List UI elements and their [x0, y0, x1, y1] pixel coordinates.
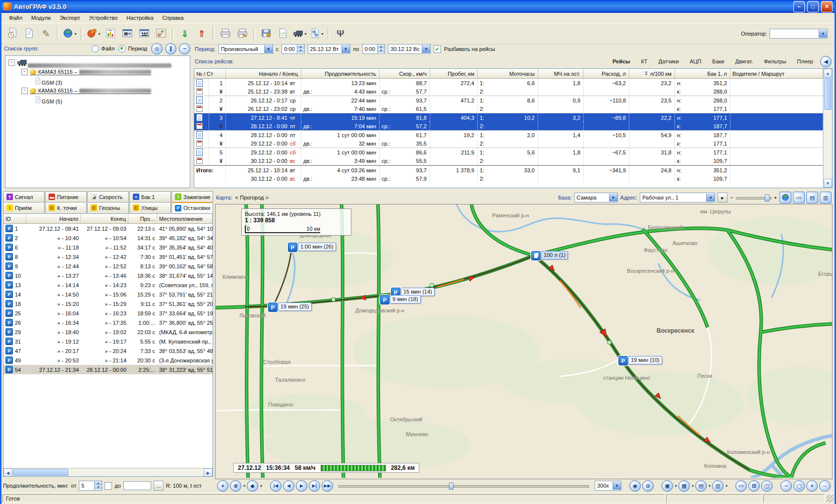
spin-down-icon[interactable]: ▼ [378, 49, 385, 52]
tab-бак1[interactable]: ≈Бак 1 [129, 191, 171, 202]
map-source-button[interactable] [780, 192, 791, 203]
spin-down-icon[interactable]: ▼ [297, 49, 304, 52]
tree-item[interactable]: −КАМАЗ 65116 – [5, 67, 190, 77]
stop-marker-icon[interactable]: P [288, 243, 297, 252]
base-combo[interactable]: Самара▼ [574, 193, 618, 202]
duration-from-spinner[interactable]: 5 ▲▼ [79, 481, 102, 491]
stop-row[interactable]: P49» - 20:53» - 21:1420:30 с(3-я Доножир… [3, 355, 213, 365]
tab-кточки[interactable]: CК. точки [45, 202, 87, 213]
document-button[interactable] [21, 26, 37, 42]
tree-item[interactable]: −КАМАЗ 65116 – [5, 86, 190, 96]
chevron-down-icon[interactable]: ▾ [709, 484, 711, 488]
stop-row[interactable]: P2» - 10:40» - 10:5414:31 с39° 45,182' в… [3, 233, 213, 243]
stop-row[interactable]: P25» - 16:04» - 16:2318:59 с37° 33,664' … [3, 308, 213, 318]
stop-row[interactable]: P10» - 13:27» - 13:4618:36 с38° 31,674' … [3, 271, 213, 280]
tracks-button[interactable]: ▥ [712, 480, 724, 492]
map-zoom-slider[interactable] [736, 194, 772, 201]
stop-row[interactable]: P127.12.12 - 08:4127.12.12 - 09:0322:13 … [3, 224, 213, 233]
print-button[interactable] [218, 26, 233, 42]
duration-to-checkbox[interactable] [105, 482, 112, 490]
stop-row[interactable]: P26» - 16:34» - 17:351:00:...37° 36,800'… [3, 318, 213, 327]
stop-row[interactable]: P9» - 12:44» - 12:528:13 с39° 00,162' вд… [3, 261, 213, 271]
chevron-down-icon[interactable]: ▼ [613, 482, 621, 490]
record-track-button[interactable]: ◉ [629, 480, 641, 492]
trips-scrollbar[interactable]: ▲ ▼ [823, 69, 832, 188]
operator-combo[interactable]: ▼ [770, 29, 828, 39]
chevron-down-icon[interactable]: ▾ [260, 484, 262, 488]
tab-питание[interactable]: ▬Питание [45, 191, 87, 202]
period-mode-combo[interactable]: Произвольный▼ [219, 44, 273, 54]
menu-item-2[interactable]: Экспорт [55, 14, 84, 22]
trip-row[interactable]: 125.12.12 - 10:14вт13:23 мин88,7272,41:6… [194, 79, 823, 96]
chevron-down-icon[interactable]: ▾ [692, 484, 694, 488]
fuel-marker-icon[interactable] [531, 251, 541, 260]
trip-report-button[interactable] [4, 26, 20, 42]
fuel-chart-button[interactable] [103, 26, 118, 42]
track-import-button[interactable]: ⇓ [177, 26, 193, 42]
tree-expander-icon[interactable]: − [21, 88, 28, 94]
poi-button[interactable]: ▤ [695, 480, 707, 492]
scroll-down-icon[interactable]: ▼ [824, 179, 832, 188]
menu-item-0[interactable]: Файл [4, 14, 27, 22]
chevron-down-icon[interactable]: ▼ [341, 45, 350, 53]
zoom-in-label[interactable]: + [774, 195, 777, 201]
tab-улицы[interactable]: CУлицы [129, 202, 171, 213]
zoom-in-button[interactable]: + [806, 480, 818, 492]
chevron-down-icon[interactable]: ▾ [74, 32, 76, 36]
stop-row[interactable]: P18» - 15:20» - 15:299:11 с37° 51,361' в… [3, 299, 213, 308]
trips-tab-ацп[interactable]: АЦП [690, 58, 701, 64]
trips-tab-баки[interactable]: Баки [712, 58, 724, 64]
menu-item-4[interactable]: Настройка [122, 14, 158, 22]
spin-up-icon[interactable]: ▲ [297, 45, 304, 49]
print-setup-button[interactable] [234, 26, 250, 42]
chevron-down-icon[interactable]: ▼ [422, 45, 430, 53]
tab-зажигание[interactable]: 7Зажигание [171, 191, 213, 202]
grid-button[interactable]: ▦ [678, 480, 690, 492]
chevron-down-icon[interactable]: ▾ [675, 484, 677, 488]
stop-row[interactable]: P47» - 20:17» - 20:247:33 с38° 03,553' в… [3, 346, 213, 355]
more-options-button[interactable]: ... [154, 481, 164, 491]
chevron-down-icon[interactable]: ▾ [725, 484, 727, 488]
zoom-out-label[interactable]: − [730, 195, 733, 201]
tab-сигнал[interactable]: YСигнал [3, 191, 45, 202]
radio-period-icon[interactable] [118, 45, 126, 52]
zoom-window-button[interactable]: ▢ [793, 480, 805, 492]
stop-row[interactable]: P13» - 14:14» - 14:239:23 с(Советская ул… [3, 280, 213, 290]
trip-row[interactable]: 327.12.12 - 8:41чт15:19 мин91,8404,31:10… [194, 113, 823, 131]
play-button[interactable]: ▶ [296, 480, 307, 492]
step-forward-button[interactable]: ▶| [309, 480, 320, 492]
go-start-button[interactable]: |◀ [270, 480, 281, 492]
radio-file-icon[interactable] [92, 45, 99, 52]
scroll-up-icon[interactable]: ▲ [824, 69, 832, 78]
track-export-button[interactable]: ⇑ [194, 26, 210, 42]
resize-grip[interactable] [827, 495, 834, 502]
tree-expander-icon[interactable]: − [21, 69, 28, 75]
tab-прим[interactable]: !Приём [3, 202, 45, 213]
trips-tab-рейсы[interactable]: Рейсы [613, 58, 630, 64]
tools-button[interactable]: ✎ [38, 26, 54, 42]
chevron-down-icon[interactable]: ▾ [98, 32, 100, 36]
step-back-button[interactable]: ◀ [283, 480, 294, 492]
trips-tab-фильтры[interactable]: Фильтры [764, 58, 786, 64]
tree-expander-icon[interactable]: − [8, 59, 15, 66]
address-combo[interactable]: Рабочая ул., 1▼ [640, 193, 715, 202]
maximize-icon[interactable]: □ [807, 1, 819, 12]
minimize-icon[interactable]: – [793, 1, 805, 12]
scroll-left-icon[interactable]: ◀ [3, 468, 12, 477]
menu-item-1[interactable]: Модули [27, 14, 55, 22]
collapse-trips-button[interactable]: ◀ [820, 56, 832, 67]
device-button[interactable] [119, 26, 135, 42]
track-mode-button[interactable]: ◆ [247, 480, 258, 492]
map-editor-button[interactable] [153, 26, 169, 42]
print-map-button[interactable]: ▭ [735, 480, 747, 492]
map-copy-button[interactable]: ▥ [820, 192, 832, 203]
scroll-thumb[interactable] [13, 469, 68, 476]
center-track-button[interactable]: ⊙ [642, 480, 654, 492]
trips-tab-двигат[interactable]: Двигат. [735, 58, 753, 64]
stop-marker-icon[interactable]: P [618, 356, 628, 365]
address-go-button[interactable]: ▸ [718, 193, 727, 202]
save-button[interactable] [258, 26, 274, 42]
radio-file[interactable]: Файл [92, 45, 114, 52]
tab-остановки[interactable]: PОстановки [171, 202, 213, 213]
stops-hscrollbar[interactable]: ◀ ▶ [3, 468, 213, 476]
